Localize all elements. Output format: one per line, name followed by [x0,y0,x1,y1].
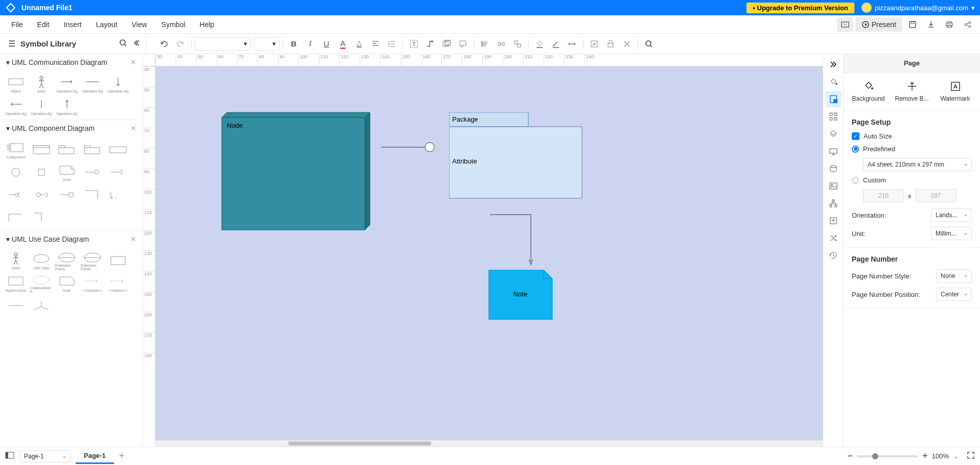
text-tool-button[interactable]: T [406,36,422,52]
database-icon[interactable] [825,160,842,177]
align-button[interactable] [368,36,383,52]
share-button[interactable] [960,17,976,32]
shape-actor[interactable]: Actor [30,74,53,94]
bold-button[interactable]: B [286,36,301,52]
callout-button[interactable] [455,36,471,52]
align-left-button[interactable] [477,36,493,52]
shape-extpoints[interactable]: Extension Points [55,250,79,271]
chevron-down-icon[interactable]: ⌄ [953,452,959,460]
image-icon[interactable] [825,178,842,194]
add-page-button[interactable]: + [119,451,125,461]
font-color-button[interactable]: A [335,36,351,52]
shape-square-small[interactable] [30,162,53,182]
lock-button[interactable] [603,36,618,52]
export-icon[interactable] [825,213,842,229]
search-icon[interactable] [119,39,127,49]
category-uml-use-case[interactable]: ▾ UML Use Case Diagram✕ [0,230,143,247]
app-logo[interactable] [5,2,16,13]
canvas[interactable]: Node Package Attribute [155,66,823,440]
category-uml-communication[interactable]: ▾ UML Communication Diagram✕ [0,54,143,71]
shape-package[interactable] [55,140,79,160]
shape-system[interactable] [106,250,130,271]
undo-button[interactable] [156,36,172,52]
upgrade-button[interactable]: • Upgrade to Premium Version [746,3,854,13]
height-input[interactable] [916,189,956,202]
zoom-out-button[interactable]: − [848,451,853,461]
tools-button[interactable] [619,36,635,52]
shape-usecase[interactable]: Use Case [30,250,53,271]
shape-interface-provided[interactable] [81,162,104,182]
redo-button[interactable] [173,36,188,52]
page-panel-icon[interactable] [825,91,842,107]
download-button[interactable] [923,17,939,32]
shape-angle-line2[interactable] [4,207,28,227]
shape-assoc[interactable] [4,295,28,316]
line-style-button[interactable] [548,36,564,52]
print-button[interactable] [941,17,958,32]
grid-icon[interactable] [825,108,842,125]
shape-actor2[interactable]: Actor [4,250,28,271]
same-size-button[interactable] [510,36,525,52]
shape-interface-required[interactable] [106,162,130,182]
shape-circle[interactable] [4,162,28,182]
predefined-radio[interactable]: Predefined [852,145,972,153]
custom-radio[interactable]: Custom [852,176,972,184]
diagram-node[interactable]: Node [212,107,375,235]
shape-note[interactable]: Note [55,162,79,182]
shuffle-icon[interactable] [825,230,842,246]
menu-layout[interactable]: Layout [89,17,125,32]
watermark-tool[interactable]: A Watermark [935,81,976,102]
shape-stereo[interactable] [106,140,130,160]
shape-dashed-arrow[interactable] [106,184,130,205]
shape-interface-circle-req[interactable] [30,184,53,205]
background-tool[interactable]: Background [848,81,889,102]
shape-op-arrow-left[interactable]: Operation A() [4,96,28,117]
shape-op-arrow-right[interactable]: Operation A() [55,74,79,94]
page-select[interactable]: Page-1 [19,450,71,462]
distribute-button[interactable] [494,36,509,52]
text-highlight-button[interactable] [352,36,367,52]
italic-button[interactable]: I [302,36,318,52]
connector-button[interactable] [423,36,438,52]
sitemap-icon[interactable] [825,195,842,212]
zoom-in-button[interactable]: + [922,451,928,461]
focus-mode-button[interactable] [837,17,853,32]
font-size-dropdown[interactable]: ▾ [254,37,279,51]
fullscreen-icon[interactable] [967,451,975,461]
container-button[interactable] [439,36,454,52]
shape-component[interactable]: Component [4,140,28,160]
shape-note-uc[interactable]: Note [55,273,79,293]
user-menu[interactable]: pizzaandparathaaa@gmail.com ▾ [861,3,975,13]
menu-view[interactable]: View [125,17,154,32]
diagram-connector[interactable] [381,142,437,152]
diagram-note[interactable]: Note [488,270,555,321]
shape-system-actor[interactable]: System Actor [4,273,28,293]
menu-file[interactable]: File [4,17,30,32]
shape-collab[interactable]: Collaboration N [30,273,53,293]
menu-edit[interactable]: Edit [30,17,57,32]
close-icon[interactable]: ✕ [130,124,136,132]
save-button[interactable] [904,17,921,32]
page-number-pos-select[interactable]: Center [936,288,972,301]
shape-port[interactable] [55,184,79,205]
close-icon[interactable]: ✕ [130,235,136,243]
collapse-left-icon[interactable] [132,39,141,49]
category-uml-component[interactable]: ▾ UML Component Diagram✕ [0,120,143,136]
menu-insert[interactable]: Insert [57,17,89,32]
orientation-select[interactable]: Lands... [931,208,972,222]
shape-component2[interactable] [30,140,53,160]
close-icon[interactable]: ✕ [130,58,136,66]
unit-select[interactable]: Millim... [931,227,972,240]
library-icon[interactable]: ☰ [8,39,15,49]
shape-angle-line[interactable] [81,184,104,205]
present-button[interactable]: Present [855,17,902,32]
pages-icon[interactable] [5,452,14,460]
shape-op-arrow-up[interactable]: Operation A() [55,96,79,117]
zoom-slider[interactable] [857,455,918,457]
shape-angle-line3[interactable] [30,207,53,227]
diagram-arrow[interactable] [490,214,536,270]
line-spacing-button[interactable] [384,36,400,52]
shape-include[interactable]: <<include>> [81,273,104,293]
line-ends-button[interactable] [565,36,580,52]
search-shape-button[interactable] [641,36,657,52]
